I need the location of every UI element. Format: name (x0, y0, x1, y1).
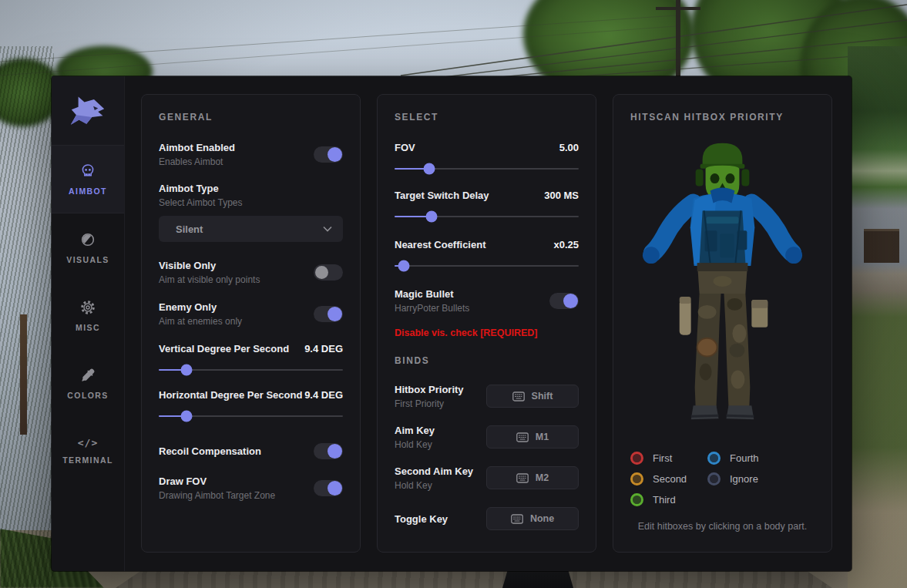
dropdown-value: Silent (176, 223, 203, 235)
target-switch-delay-slider[interactable] (395, 210, 579, 223)
magic-bullet-row: Magic Bullet HarryPoter Bullets (395, 287, 579, 314)
hitbox-hint: Edit hitboxes by clicking on a body part… (630, 521, 815, 532)
section-title-binds: BINDS (395, 355, 579, 366)
legend-dot-fourth (707, 452, 721, 465)
setting-label: Target Switch Delay (395, 190, 489, 201)
setting-value: x0.25 (553, 239, 579, 250)
setting-value: 5.00 (559, 142, 579, 153)
setting-label: FOV (395, 142, 415, 153)
logo-block (52, 76, 124, 146)
wolf-logo-icon (69, 93, 107, 129)
sidebar-item-terminal[interactable]: </> TERMINAL (52, 417, 124, 485)
setting-label: Visible Only (159, 260, 260, 271)
sidebar-item-misc[interactable]: MISC (52, 281, 124, 349)
second-aim-key-keybind-button[interactable]: M2 (486, 466, 579, 489)
setting-label: Aimbot Enabled (159, 142, 235, 153)
legend-dot-ignore (707, 472, 721, 486)
keybind-value: None (530, 513, 554, 524)
aim-key-bind-row: Aim Key Hold Key M1 (395, 424, 579, 450)
legend-dot-first (630, 452, 643, 465)
keyboard-icon (516, 473, 529, 483)
recoil-comp-toggle[interactable] (314, 443, 343, 459)
draw-fov-row: Draw FOV Drawing Aimbot Target Zone (159, 475, 343, 501)
toggle-knob (328, 481, 342, 496)
eyedropper-icon (79, 367, 96, 384)
legend-label: Ignore (730, 473, 758, 485)
legend-item-ignore[interactable]: Ignore (707, 469, 815, 489)
toggle-key-bind-row: Toggle Key None (395, 506, 579, 532)
setting-label: Toggle Key (395, 513, 448, 525)
toggle-knob (328, 444, 342, 459)
aimbot-type-dropdown[interactable]: Silent (159, 216, 343, 242)
keyboard-icon (516, 432, 529, 442)
setting-sublabel: First Priority (395, 398, 464, 409)
target-switch-delay-labels: Target Switch Delay 300 MS (395, 189, 579, 201)
toggle-knob (563, 294, 578, 308)
skull-icon (79, 163, 96, 180)
legend-label: First (653, 452, 672, 464)
sidebar-item-visuals[interactable]: VISUALS (52, 213, 124, 281)
enemy-only-row: Enemy Only Aim at enemies only (159, 301, 343, 327)
fov-labels: FOV 5.00 (395, 141, 579, 153)
second-aim-key-bind-row: Second Aim Key Hold Key M2 (395, 465, 579, 491)
aimbot-type-labels: Aimbot Type Select Aimbot Types (159, 183, 343, 208)
legend-label: Third (653, 494, 676, 506)
slider-knob[interactable] (180, 411, 192, 422)
hitbox-legend: First Fourth Second Ignore Third (630, 448, 815, 510)
slider-knob[interactable] (180, 365, 192, 376)
hitbox-torso[interactable] (643, 188, 802, 268)
legend-item-third[interactable]: Third (630, 489, 707, 510)
horizontal-dps-labels: Horizontal Degree Per Second 9.4 DEG (159, 388, 343, 401)
sidebar-item-colors[interactable]: COLORS (52, 349, 124, 417)
setting-sublabel: Drawing Aimbot Target Zone (159, 490, 275, 501)
toggle-knob (328, 307, 342, 321)
hitbox-priority-keybind-button[interactable]: Shift (486, 385, 579, 408)
keybind-value: M1 (536, 432, 549, 442)
character-model-wrap (630, 141, 815, 429)
setting-label: Hitbox Priority (395, 384, 464, 395)
setting-label: Enemy Only (159, 301, 242, 313)
draw-fov-toggle[interactable] (314, 480, 343, 496)
visible-only-toggle[interactable] (314, 264, 343, 281)
magic-bullet-toggle[interactable] (549, 293, 579, 309)
keybind-value: Shift (532, 391, 553, 402)
legend-label: Second (653, 473, 687, 485)
vertical-dps-slider[interactable] (159, 364, 343, 376)
slider-knob[interactable] (425, 211, 437, 223)
visible-only-row: Visible Only Aim at visible only points (159, 259, 343, 285)
horizontal-dps-slider[interactable] (159, 410, 343, 422)
sidebar-item-aimbot[interactable]: AIMBOT (52, 146, 124, 213)
setting-sublabel: Select Aimbot Types (159, 197, 343, 208)
legend-dot-second (630, 472, 643, 486)
toggle-key-keybind-button[interactable]: None (486, 507, 579, 530)
legend-item-fourth[interactable]: Fourth (707, 448, 815, 469)
legend-item-first[interactable]: First (630, 448, 707, 469)
sidebar-item-label: AIMBOT (69, 186, 107, 196)
fov-slider[interactable] (395, 163, 579, 175)
toggle-knob (328, 147, 342, 162)
chevron-down-icon (323, 226, 332, 232)
hitbox-card: HITSCAN HITBOX PRIORITY (613, 94, 832, 553)
vertical-dps-labels: Vertical Degree Per Second 9.4 DEG (159, 342, 343, 354)
setting-label: Second Aim Key (395, 465, 473, 477)
sidebar-item-label: TERMINAL (62, 455, 113, 465)
character-model[interactable] (630, 141, 815, 426)
select-card: SELECT FOV 5.00 Target Switch Delay 300 … (377, 94, 596, 553)
slider-knob[interactable] (424, 163, 435, 175)
sidebar-item-label: VISUALS (66, 255, 109, 264)
setting-sublabel: Aim at visible only points (159, 274, 260, 285)
hitbox-priority-bind-row: Hitbox Priority First Priority Shift (395, 383, 579, 409)
aimbot-enabled-toggle[interactable] (314, 146, 343, 163)
sidebar-item-label: COLORS (67, 391, 108, 400)
enemy-only-toggle[interactable] (314, 306, 343, 322)
nearest-coefficient-labels: Nearest Coefficient x0.25 (395, 238, 579, 250)
setting-label: Recoil Compensation (159, 445, 261, 457)
setting-sublabel: HarryPoter Bullets (395, 303, 469, 314)
setting-value: 300 MS (544, 190, 579, 201)
nearest-coefficient-slider[interactable] (395, 260, 579, 272)
hitbox-legs[interactable] (680, 271, 768, 419)
hitbox-pelvis[interactable] (697, 263, 748, 271)
slider-knob[interactable] (398, 260, 409, 272)
legend-item-second[interactable]: Second (630, 469, 707, 489)
aim-key-keybind-button[interactable]: M1 (486, 425, 579, 449)
